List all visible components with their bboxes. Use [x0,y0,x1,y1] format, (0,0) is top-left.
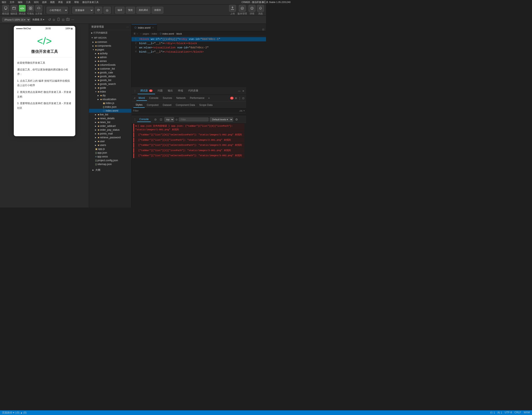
subtab-styles[interactable]: Styles [133,102,145,108]
simulator-tool[interactable]: 模拟器 [2,5,9,15]
folder-activity[interactable]: ▶ ■ activity [89,52,131,55]
editor-tab-index-wxml[interactable]: ⬡ index.wxml ✕ [132,24,157,31]
folder-large[interactable]: ▶ 大纲 [89,168,131,172]
folder-admin[interactable]: ▶ ■ admin [89,55,131,59]
phone-btn[interactable] [57,18,60,22]
folder-guide[interactable]: ▶ ■ guide [89,86,131,90]
file-sitemap[interactable]: {} sitemap.json [89,162,131,166]
menu-item-interface[interactable]: 界面 [58,1,63,4]
popout-icon[interactable]: ⊡ [242,97,244,100]
breadcrumb-wxml[interactable]: index.wxml [162,32,174,35]
subtab-wxml[interactable]: Wxml [136,96,147,101]
menu-item-view[interactable]: 视图 [50,1,55,4]
file-app-js[interactable]: ▣ app.js [89,147,131,151]
menu-item-goto[interactable]: 转到 [34,1,38,4]
folder-components[interactable]: ▶ ■ components [89,44,131,48]
qr-btn[interactable]: ◎ [104,7,111,14]
styles-filter-input[interactable] [133,109,239,112]
default-levels-selector[interactable]: Default levels ▾ [210,117,233,122]
folder-user[interactable]: ▶ ■ user [89,139,131,143]
folder-goods-cate[interactable]: ▶ ■ goods_cate [89,71,131,75]
visual-tool[interactable]: 可视化 [27,5,34,15]
folder-pages[interactable]: ▼ ■ pages [89,48,131,52]
rotate-btn[interactable]: ↺ [48,18,51,22]
subtab-performance[interactable]: Performance [188,96,207,101]
folder-diy[interactable]: ▶ ■ diy [89,94,131,97]
file-index-js[interactable]: ▣ index.js [89,101,131,105]
devtools-tab-terminal[interactable]: 终端 [175,88,186,94]
device-selector[interactable]: iPhone 5 100% 16 ▾ [2,18,30,22]
notify-tool[interactable]: 消息 [257,5,264,15]
devtools-tab-code-quality[interactable]: 代码质量 [186,88,201,94]
console-filter-input[interactable] [179,117,209,121]
folder-goods-search[interactable]: ▶ ■ goods_search [89,82,131,86]
editor-content[interactable]: 1 <block wx:if="{{isDiy}}"><diy vue-id="… [132,36,266,87]
real-debug-btn[interactable]: 真机调试 [136,7,150,14]
devtools-minimize-icon[interactable]: — [238,89,241,93]
folder-order-pay[interactable]: ▶ ■ order_pay_status [89,128,131,132]
file-project-config[interactable]: {} project.config.json [89,158,131,162]
subtab-computed[interactable]: Computed [145,103,161,107]
more-btn[interactable]: ⋯ [71,18,74,21]
devtools-close-icon[interactable]: ✕ [242,89,244,93]
folder-common[interactable]: ▶ ■ common [89,40,131,44]
cloud-tool[interactable]: 云开发 [35,5,42,15]
console-context-selector[interactable]: top [164,117,174,122]
split-editor-btn[interactable]: ⊟ [262,28,264,31]
clean-btn[interactable]: 清缓存 [152,7,163,14]
folder-visualization[interactable]: ▶ ■ visualization [89,97,131,101]
editor-tool[interactable]: 编辑器 [10,5,17,15]
upload-tool[interactable]: 上传 [229,5,236,15]
compile-mode-selector[interactable]: 普通编译 [72,7,94,14]
folder-order-addcart[interactable]: ▶ ■ order_addcart [89,124,131,128]
folder-news-details[interactable]: ▶ ■ news_details [89,116,131,120]
debugger-tool[interactable]: </> 调试器 [19,5,26,15]
expand-btn[interactable]: ⊡ [62,18,65,21]
preview-btn[interactable]: 预览 [126,7,135,14]
mp-weixin-section[interactable]: ▼ MP-WEIXIN [89,35,131,40]
console-settings-btn[interactable]: ⚙ [234,117,239,122]
menu-item-wechat-devtools[interactable]: 微信开发者工具 [82,1,99,4]
devtools-tab-output[interactable]: 输出 [165,88,175,94]
file-index-wxml[interactable]: ⬡ index.wxml [89,109,131,113]
cls-button[interactable]: .cls [239,109,242,112]
file-app-json[interactable]: {} app.json [89,151,131,155]
folder-live-list[interactable]: ▶ ■ live_list [89,113,131,116]
version-tool[interactable]: 版本管理 [238,5,247,15]
opened-editors-section[interactable]: ▶ 打开的编辑器 [89,30,131,35]
folder-index[interactable]: ▼ ■ index [89,90,131,94]
subtab-dataset[interactable]: Dataset [161,103,173,107]
explorer-more[interactable]: ··· [126,25,129,29]
menu-item-project[interactable]: 项目 [2,1,6,4]
folder-goods-list[interactable]: ▶ ■ goods_list [89,78,131,82]
folder-annex[interactable]: ▶ ■ annex [89,59,131,63]
more-icon[interactable]: ⋮ [238,97,241,100]
menu-item-settings[interactable]: 设置 [66,1,71,4]
breadcrumb-block[interactable]: block [177,32,182,35]
folder-customer-list[interactable]: ▶ ■ customer_list [89,67,131,71]
hotload-selector[interactable]: 热重载 关 ▾ [32,18,44,21]
refresh-btn[interactable]: ⟳ [95,7,102,14]
compile-btn[interactable]: 编译 [115,7,124,14]
stop-btn[interactable]: ⊙ [53,18,55,21]
menu-item-tools[interactable]: 工具 [26,1,30,4]
cursor-icon[interactable]: ↗ [133,97,135,100]
settings-icon[interactable]: ⚙ [235,97,237,100]
breadcrumb-pages[interactable]: pages [143,32,149,35]
console-tab[interactable]: Console [137,117,151,122]
folder-users[interactable]: ▶ ■ users [89,143,131,147]
stop-console-btn[interactable]: ⊡ [159,117,163,122]
mode-selector[interactable]: 小程序模式 [47,7,68,14]
folder-goods-details[interactable]: ▶ ■ goods_details [89,75,131,78]
devtools-tab-debugger[interactable]: 调试器 1 [138,88,155,94]
clear-console-btn[interactable]: ⊘ [153,117,158,122]
detail-tool[interactable]: i 详情 [249,5,255,15]
subtab-sources[interactable]: Sources [161,96,174,101]
folder-columngoods[interactable]: ▶ ■ columnGoods [89,63,131,67]
subtab-component-data[interactable]: Component Data [173,103,197,107]
folder-news-list[interactable]: ▶ ■ news_list [89,120,131,124]
folder-retrieve-password[interactable]: ▶ ■ retrieve_password [89,135,131,139]
subtab-network[interactable]: Network [174,96,188,101]
subtab-console[interactable]: Console [147,96,161,101]
file-index-json[interactable]: {} index.json [89,105,131,109]
